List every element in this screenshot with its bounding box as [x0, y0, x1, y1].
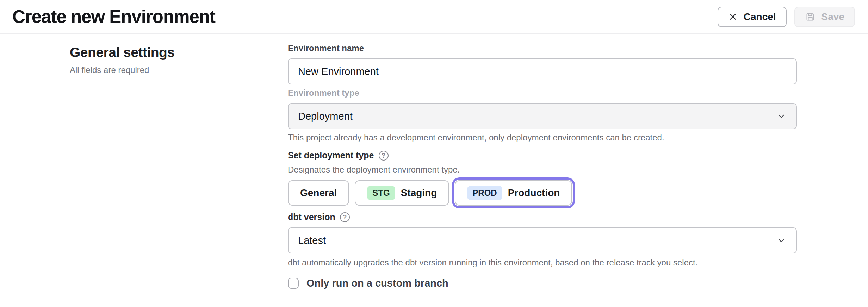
close-icon [728, 12, 738, 21]
page-title: Create new Environment [12, 6, 215, 27]
deployment-type-label-row: Set deployment type ? [288, 150, 797, 161]
deployment-type-options: General STG Staging PROD Production [288, 180, 797, 206]
environment-type-group: Environment type Deployment This project… [288, 88, 797, 143]
deployment-type-group: Set deployment type ? Designates the dep… [288, 150, 797, 206]
general-settings-section-intro: General settings All fields are required [0, 34, 288, 289]
production-badge: PROD [467, 186, 502, 200]
deployment-type-label: Set deployment type [288, 150, 374, 161]
dbt-version-value: Latest [298, 235, 326, 246]
dbt-version-group: dbt version ? Latest dbt automatically u… [288, 212, 797, 268]
environment-form: Environment name Environment type Deploy… [288, 34, 797, 289]
environment-name-label: Environment name [288, 43, 364, 53]
environment-name-input[interactable] [288, 58, 797, 84]
deployment-type-general-label: General [300, 187, 337, 199]
custom-branch-checkbox[interactable] [288, 278, 299, 289]
save-button[interactable]: Save [794, 7, 855, 27]
custom-branch-row: Only run on a custom branch [288, 277, 797, 289]
chevron-down-icon [776, 111, 787, 121]
deployment-type-staging-label: Staging [401, 187, 437, 199]
cancel-button-label: Cancel [744, 11, 776, 23]
deployment-type-staging-button[interactable]: STG Staging [355, 180, 449, 206]
help-icon[interactable]: ? [340, 212, 350, 222]
help-icon[interactable]: ? [379, 151, 389, 161]
header-actions: Cancel Save [718, 7, 855, 27]
save-icon [805, 12, 816, 22]
dbt-version-label-row: dbt version ? [288, 212, 797, 222]
main-content: General settings All fields are required… [0, 34, 868, 289]
environment-name-group: Environment name [288, 43, 797, 84]
environment-type-label: Environment type [288, 88, 359, 98]
section-subtitle: All fields are required [70, 65, 288, 75]
dbt-version-helper: dbt automatically upgrades the dbt versi… [288, 258, 797, 268]
dbt-version-select[interactable]: Latest [288, 227, 797, 253]
environment-type-select[interactable]: Deployment [288, 103, 797, 129]
dbt-version-label: dbt version [288, 212, 335, 222]
staging-badge: STG [367, 186, 395, 200]
save-button-label: Save [822, 11, 844, 23]
environment-type-helper: This project already has a development e… [288, 133, 797, 143]
deployment-type-general-button[interactable]: General [288, 180, 349, 206]
environment-type-value: Deployment [298, 111, 353, 122]
deployment-type-helper: Designates the deployment environment ty… [288, 165, 797, 175]
cancel-button[interactable]: Cancel [718, 7, 787, 27]
deployment-type-production-button[interactable]: PROD Production [455, 180, 572, 206]
deployment-type-production-label: Production [508, 187, 560, 199]
section-title: General settings [70, 45, 288, 60]
create-environment-page: Create new Environment Cancel [0, 0, 868, 289]
page-header: Create new Environment Cancel [0, 0, 868, 34]
chevron-down-icon [776, 235, 787, 246]
custom-branch-label: Only run on a custom branch [306, 277, 448, 289]
